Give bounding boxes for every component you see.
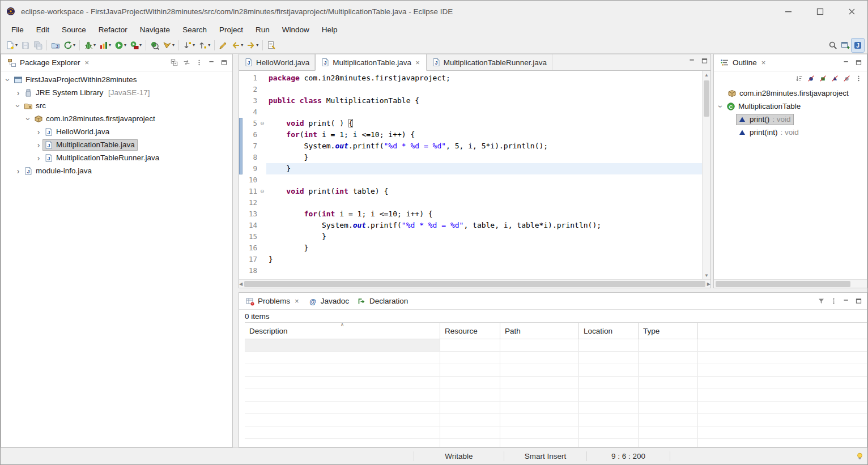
debug-button[interactable]: ▾: [82, 39, 97, 52]
java-perspective-button[interactable]: J: [852, 39, 864, 52]
code-editor[interactable]: 1package com.in28minutes.firstjavaprojec…: [239, 71, 702, 279]
window-minimize-button[interactable]: [772, 1, 804, 22]
dropdown-caret-icon[interactable]: ▾: [93, 42, 96, 48]
hide-local-types-button[interactable]: [841, 72, 853, 84]
dropdown-caret-icon[interactable]: ▾: [73, 42, 75, 48]
chevron-collapsed-icon[interactable]: ›: [34, 153, 43, 163]
new-java-project-button[interactable]: J: [49, 39, 62, 52]
explorer-item[interactable]: ›JMultiplicationTableRunner.java: [1, 151, 232, 164]
column-header-type[interactable]: Type: [639, 323, 698, 339]
package-explorer-tab[interactable]: Package Explorer ×: [3, 54, 94, 71]
open-perspective-button[interactable]: [839, 39, 852, 52]
chevron-collapsed-icon[interactable]: ›: [14, 167, 23, 176]
chevron-collapsed-icon[interactable]: ›: [34, 140, 43, 150]
search-menu-button[interactable]: ▾: [161, 39, 176, 52]
hide-non-public-button[interactable]: [829, 72, 841, 84]
maximize-button[interactable]: [852, 295, 865, 308]
coverage-button[interactable]: ▾: [97, 39, 113, 52]
next-annotation-button[interactable]: ▾: [181, 39, 197, 52]
collapse-all-button[interactable]: [168, 57, 180, 69]
explorer-item[interactable]: ›JMultiplicationTable.java: [1, 138, 232, 151]
menu-edit[interactable]: Edit: [30, 24, 56, 36]
explorer-item[interactable]: ›src: [1, 99, 232, 112]
hide-static-button[interactable]: [817, 72, 829, 84]
run-last-tool-button[interactable]: ▾: [62, 39, 77, 52]
explorer-item[interactable]: ›JHelloWorld.java: [1, 125, 232, 138]
outline-item[interactable]: ›CMultiplicationTable: [714, 100, 867, 113]
menu-window[interactable]: Window: [276, 24, 316, 36]
dropdown-caret-icon[interactable]: ▾: [109, 42, 111, 48]
dropdown-caret-icon[interactable]: ▾: [139, 42, 142, 48]
explorer-item[interactable]: ›Jmodule-info.java: [1, 164, 232, 177]
window-close-button[interactable]: [836, 1, 867, 22]
maximize-button[interactable]: [218, 57, 230, 69]
dropdown-caret-icon[interactable]: ▾: [256, 42, 258, 48]
chevron-expanded-icon[interactable]: ›: [3, 75, 12, 84]
line-number[interactable]: 16: [239, 242, 258, 254]
line-number[interactable]: 12: [239, 197, 258, 208]
editor-horizontal-scrollbar[interactable]: ◀ ▶: [239, 279, 710, 288]
close-icon[interactable]: ×: [293, 297, 300, 305]
problems-sash[interactable]: [239, 288, 867, 292]
line-number[interactable]: 3: [239, 95, 258, 106]
line-number[interactable]: 10: [239, 174, 258, 186]
outline-tree[interactable]: com.in28minutes.firstjavaproject›CMultip…: [714, 85, 867, 279]
minimize-button[interactable]: [205, 57, 218, 69]
outline-minimize-button[interactable]: [840, 57, 852, 69]
outline-item[interactable]: com.in28minutes.firstjavaproject: [714, 87, 867, 100]
tab-problems[interactable]: Problems×: [241, 293, 304, 309]
open-type-button[interactable]: [148, 39, 161, 52]
view-menu-button[interactable]: [827, 295, 840, 308]
outline-horizontal-scrollbar[interactable]: [714, 279, 867, 288]
dropdown-caret-icon[interactable]: ▾: [193, 42, 195, 48]
line-number[interactable]: 2: [239, 84, 258, 95]
window-maximize-button[interactable]: [804, 1, 836, 22]
dropdown-caret-icon[interactable]: ▾: [208, 42, 210, 48]
outline-maximize-button[interactable]: [852, 57, 865, 69]
back-button[interactable]: ▾: [229, 39, 245, 52]
line-number[interactable]: 1: [239, 72, 258, 84]
view-menu-button[interactable]: [193, 57, 205, 69]
scroll-left-icon[interactable]: ◀: [239, 280, 242, 288]
new-wizard-button[interactable]: ▾: [4, 39, 19, 52]
line-number[interactable]: 18: [239, 265, 258, 276]
forward-button[interactable]: ▾: [245, 39, 260, 52]
line-number[interactable]: 11: [239, 186, 258, 197]
menu-navigate[interactable]: Navigate: [134, 24, 176, 36]
menu-search[interactable]: Search: [176, 24, 213, 36]
mark-occurrences-button[interactable]: [265, 39, 278, 52]
tab-javadoc[interactable]: @Javadoc: [304, 293, 353, 309]
scrollbar-thumb[interactable]: [244, 281, 705, 287]
editor-tab[interactable]: JHelloWorld.java: [239, 54, 315, 70]
chevron-expanded-icon[interactable]: ›: [716, 102, 725, 111]
menu-help[interactable]: Help: [316, 24, 344, 36]
explorer-sash[interactable]: [233, 54, 239, 447]
editor-tab[interactable]: JMultiplicationTable.java×: [315, 54, 426, 71]
editor-vertical-scrollbar[interactable]: ▲ ▼: [702, 71, 710, 279]
dropdown-caret-icon[interactable]: ▾: [124, 42, 126, 48]
line-number[interactable]: 15: [239, 231, 258, 242]
run-button[interactable]: ▾: [113, 39, 128, 52]
editor-maximize-button[interactable]: [698, 54, 710, 67]
close-icon[interactable]: ×: [414, 58, 421, 67]
line-number[interactable]: 13: [239, 208, 258, 220]
menu-project[interactable]: Project: [213, 24, 249, 36]
outline-item[interactable]: print(int) : void: [714, 126, 867, 139]
previous-annotation-button[interactable]: ▾: [197, 39, 212, 52]
line-number[interactable]: 14: [239, 220, 258, 231]
column-header-location[interactable]: Location: [579, 323, 639, 339]
editor-minimize-button[interactable]: [686, 54, 698, 67]
explorer-item[interactable]: ›FirstJavaProjectWithin28minutes: [1, 73, 232, 86]
dropdown-caret-icon[interactable]: ▾: [172, 42, 175, 48]
tab-declaration[interactable]: Declaration: [353, 293, 412, 309]
link-with-editor-button[interactable]: [180, 57, 193, 69]
sort-button[interactable]: [793, 72, 805, 84]
dropdown-caret-icon[interactable]: ▾: [15, 42, 18, 48]
menu-file[interactable]: File: [5, 24, 30, 36]
menu-refactor[interactable]: Refactor: [92, 24, 134, 36]
hide-fields-button[interactable]: [805, 72, 817, 84]
filter-button[interactable]: [815, 295, 827, 308]
explorer-item[interactable]: ›JRE System Library [JavaSE-17]: [1, 86, 232, 99]
outline-item[interactable]: print() : void: [714, 113, 867, 126]
line-number[interactable]: 17: [239, 254, 258, 265]
